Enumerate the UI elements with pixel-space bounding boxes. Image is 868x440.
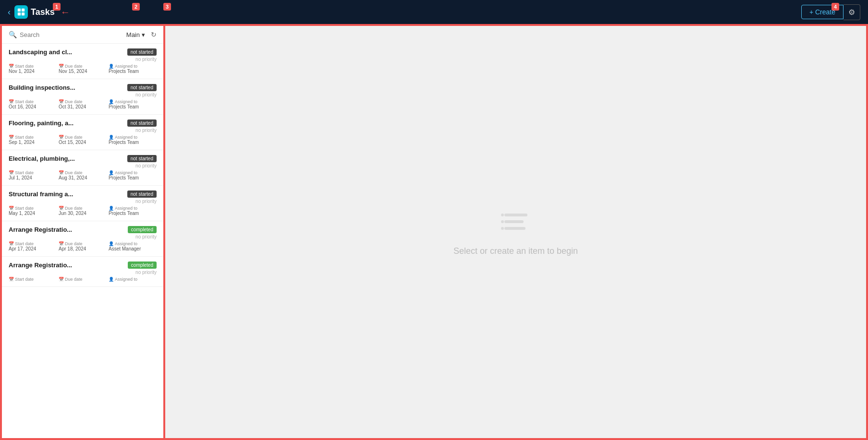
priority-label: no priority bbox=[135, 199, 157, 204]
due-date-item: 📅 Due date bbox=[59, 277, 107, 282]
assigned-item: 👤 Assigned to Asset Manager bbox=[109, 241, 157, 251]
due-date-value: Nov 15, 2024 bbox=[59, 69, 107, 74]
badge-4: 4 bbox=[831, 3, 839, 11]
calendar-icon: 📅 bbox=[9, 206, 14, 211]
svg-point-9 bbox=[501, 227, 504, 230]
right-panel: Select or create an item to begin bbox=[164, 25, 867, 439]
task-title: Structural framing a... bbox=[9, 190, 123, 198]
due-date-value: Oct 31, 2024 bbox=[59, 104, 107, 109]
start-date-value: Apr 17, 2024 bbox=[9, 246, 57, 251]
svg-rect-6 bbox=[504, 227, 526, 230]
priority-label: no priority bbox=[135, 234, 157, 239]
tasks-logo-svg bbox=[17, 8, 25, 16]
svg-rect-4 bbox=[504, 214, 527, 216]
priority-label: no priority bbox=[135, 57, 157, 62]
task-meta: 📅 Start date 📅 Due date 👤 Assigned to bbox=[9, 277, 157, 282]
assigned-item: 👤 Assigned to Projects Team bbox=[109, 135, 157, 145]
due-date-value: Jun 30, 2024 bbox=[59, 211, 107, 216]
start-date-value: Oct 16, 2024 bbox=[9, 104, 57, 109]
svg-rect-2 bbox=[18, 12, 21, 15]
task-item[interactable]: Arrange Registratio... completed no prio… bbox=[2, 221, 163, 257]
task-item[interactable]: Structural framing a... not started no p… bbox=[2, 186, 163, 221]
task-meta: 📅 Start date Jul 1, 2024 📅 Due date Aug … bbox=[9, 170, 157, 180]
start-date-item: 📅 Start date Apr 17, 2024 bbox=[9, 241, 57, 251]
task-status-area: completed no priority bbox=[128, 226, 157, 239]
task-status-area: completed no priority bbox=[128, 262, 157, 275]
task-title: Electrical, plumbing,... bbox=[9, 155, 123, 162]
start-date-item: 📅 Start date Jul 1, 2024 bbox=[9, 170, 57, 180]
assigned-item: 👤 Assigned to Projects Team bbox=[109, 99, 157, 109]
badge-2: 2 bbox=[132, 3, 140, 11]
panel-header: 🔍 Main ▾ ↻ bbox=[2, 26, 163, 44]
search-box: 🔍 bbox=[9, 31, 122, 38]
priority-label: no priority bbox=[135, 92, 157, 97]
assigned-item: 👤 Assigned to Projects Team bbox=[109, 170, 157, 180]
badge-1: 1 bbox=[53, 3, 61, 11]
priority-label: no priority bbox=[135, 163, 157, 168]
task-item[interactable]: Flooring, painting, a... not started no … bbox=[2, 115, 163, 150]
calendar-icon: 📅 bbox=[9, 64, 14, 69]
task-status-area: not started no priority bbox=[127, 155, 157, 168]
nav-left: ‹ Tasks ← bbox=[8, 5, 70, 19]
task-item[interactable]: Landscaping and cl... not started no pri… bbox=[2, 44, 163, 79]
task-title: Arrange Registratio... bbox=[9, 262, 124, 269]
person-icon: 👤 bbox=[109, 241, 114, 246]
due-date-value: Oct 15, 2024 bbox=[59, 140, 107, 145]
assigned-value: Projects Team bbox=[109, 69, 157, 74]
due-date-item: 📅 Due date Apr 18, 2024 bbox=[59, 241, 107, 251]
calendar-icon: 📅 bbox=[9, 277, 14, 282]
task-title: Flooring, painting, a... bbox=[9, 119, 123, 127]
due-date-item: 📅 Due date Nov 15, 2024 bbox=[59, 64, 107, 74]
start-date-item: 📅 Start date Nov 1, 2024 bbox=[9, 64, 57, 74]
svg-rect-0 bbox=[18, 9, 21, 12]
person-icon: 👤 bbox=[109, 170, 114, 175]
start-date-item: 📅 Start date May 1, 2024 bbox=[9, 206, 57, 216]
task-list: Landscaping and cl... not started no pri… bbox=[2, 44, 163, 438]
app-logo: Tasks bbox=[14, 5, 55, 19]
settings-button[interactable]: ⚙ bbox=[844, 4, 860, 20]
status-badge: completed bbox=[128, 262, 157, 269]
svg-rect-3 bbox=[22, 12, 24, 15]
assigned-item: 👤 Assigned to bbox=[109, 277, 157, 282]
assigned-value: Projects Team bbox=[109, 211, 157, 216]
refresh-button[interactable]: ↻ bbox=[151, 31, 157, 38]
nav-arrow-icon: ← bbox=[61, 7, 70, 18]
task-item[interactable]: Building inspections... not started no p… bbox=[2, 79, 163, 115]
task-title: Arrange Registratio... bbox=[9, 226, 124, 233]
calendar-icon: 📅 bbox=[59, 241, 64, 246]
person-icon: 👤 bbox=[109, 277, 114, 282]
assigned-value: Projects Team bbox=[109, 104, 157, 109]
back-button[interactable]: ‹ bbox=[8, 7, 11, 17]
search-input[interactable] bbox=[20, 31, 58, 38]
assigned-value: Projects Team bbox=[109, 140, 157, 145]
logo-icon bbox=[14, 5, 28, 19]
calendar-icon: 📅 bbox=[59, 277, 64, 282]
calendar-icon: 📅 bbox=[59, 206, 64, 211]
start-date-value: Sep 1, 2024 bbox=[9, 140, 57, 145]
task-title: Building inspections... bbox=[9, 84, 123, 91]
task-title: Landscaping and cl... bbox=[9, 48, 123, 56]
calendar-icon: 📅 bbox=[9, 241, 14, 246]
task-item[interactable]: Arrange Registratio... completed no prio… bbox=[2, 257, 163, 287]
status-badge: not started bbox=[127, 84, 157, 91]
task-item[interactable]: Electrical, plumbing,... not started no … bbox=[2, 150, 163, 186]
assigned-value: Asset Manager bbox=[109, 246, 157, 251]
filter-label: Main bbox=[126, 31, 140, 38]
start-date-item: 📅 Start date Oct 16, 2024 bbox=[9, 99, 57, 109]
empty-state: Select or create an item to begin bbox=[453, 208, 578, 256]
due-date-value: Aug 31, 2024 bbox=[59, 175, 107, 180]
calendar-icon: 📅 bbox=[59, 99, 64, 104]
svg-point-8 bbox=[501, 220, 504, 223]
task-status-area: not started no priority bbox=[127, 190, 157, 204]
calendar-icon: 📅 bbox=[59, 170, 64, 175]
start-date-value: Jul 1, 2024 bbox=[9, 175, 57, 180]
task-meta: 📅 Start date Nov 1, 2024 📅 Due date Nov … bbox=[9, 64, 157, 74]
assigned-item: 👤 Assigned to Projects Team bbox=[109, 206, 157, 216]
status-badge: not started bbox=[127, 119, 157, 127]
calendar-icon: 📅 bbox=[9, 99, 14, 104]
filter-dropdown[interactable]: Main ▾ bbox=[126, 31, 145, 38]
search-icon: 🔍 bbox=[9, 31, 17, 38]
priority-label: no priority bbox=[135, 128, 157, 133]
due-date-value: Apr 18, 2024 bbox=[59, 246, 107, 251]
task-status-area: not started no priority bbox=[127, 119, 157, 133]
